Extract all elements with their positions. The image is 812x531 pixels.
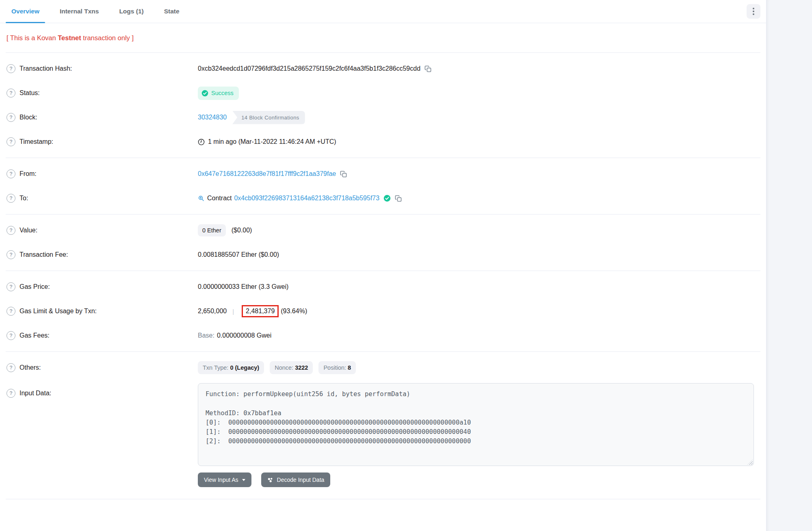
input-data-textarea[interactable]: Function: performUpkeep(uint256 id, byte… (198, 383, 754, 466)
gas-price-value: 0.0000000033 Ether (3.3 Gwei) (198, 283, 288, 290)
section-others: ? Others: Txn Type: 0 (Legacy) Nonce: 32… (0, 352, 766, 493)
testnet-notice: [ This is a Kovan Testnet transaction on… (0, 23, 766, 52)
row-status: ? Status: Success (0, 81, 766, 105)
status-label: Status: (19, 89, 40, 97)
gas-fees-label: Gas Fees: (19, 332, 50, 339)
txn-type-value: 0 (Legacy) (230, 364, 259, 371)
check-circle-icon (201, 90, 208, 97)
txn-type-badge: Txn Type: 0 (Legacy) (198, 361, 264, 374)
block-confirmations-badge: 14 Block Confirmations (232, 111, 305, 124)
tab-overview-label: Overview (11, 8, 39, 15)
tab-bar: Overview Internal Txns Logs (1) State (0, 0, 766, 23)
row-gas-limit-usage: ? Gas Limit & Usage by Txn: 2,650,000 | … (0, 299, 766, 323)
magnifier-icon[interactable] (198, 195, 204, 202)
testnet-notice-post: transaction only ] (81, 34, 134, 41)
block-number-link[interactable]: 30324830 (198, 114, 227, 121)
input-data-code: Function: performUpkeep(uint256 id, byte… (206, 390, 746, 446)
gas-used-highlight-box: 2,481,379 (242, 305, 279, 317)
gas-fees-base-label: Base: (198, 332, 214, 339)
tab-logs-label: Logs (1) (119, 8, 143, 15)
section-gas: ? Gas Price: 0.0000000033 Ether (3.3 Gwe… (0, 271, 766, 351)
row-gas-fees: ? Gas Fees: Base: 0.000000008 Gwei (0, 323, 766, 348)
gas-used-percent: (93.64%) (281, 308, 307, 315)
nonce-value: 3222 (295, 364, 308, 371)
row-input-data: ? Input Data: Function: performUpkeep(ui… (0, 383, 766, 490)
resize-grip[interactable] (747, 459, 753, 465)
block-label: Block: (19, 114, 37, 121)
to-contract-word: Contract (207, 195, 232, 202)
help-icon: ? (6, 89, 15, 98)
section-value: ? Value: 0 Ether ($0.00) ? Transaction F… (0, 215, 766, 271)
input-data-label: Input Data: (19, 390, 51, 397)
to-label: To: (19, 195, 28, 202)
transaction-overview-card: Overview Internal Txns Logs (1) State [ … (0, 0, 766, 531)
tab-logs[interactable]: Logs (1) (113, 0, 149, 23)
help-icon: ? (6, 307, 15, 316)
section-parties: ? From: 0x647e7168122263d8e7f81f17fff9c2… (0, 158, 766, 214)
row-to: ? To: Contract 0x4cb093f226983713164a621… (0, 186, 766, 210)
tab-state[interactable]: State (158, 0, 185, 23)
tab-state-label: State (164, 8, 180, 15)
timestamp-label: Timestamp: (19, 138, 53, 145)
testnet-notice-pre: [ This is a Kovan (6, 34, 58, 41)
chevron-down-icon (242, 479, 245, 481)
nonce-badge: Nonce: 3222 (270, 361, 313, 374)
row-timestamp: ? Timestamp: 1 min ago (Mar-11-2022 11:4… (0, 130, 766, 154)
row-others: ? Others: Txn Type: 0 (Legacy) Nonce: 32… (0, 355, 766, 380)
row-transaction-hash: ? Transaction Hash: 0xcb324eedcd1d07296f… (0, 56, 766, 81)
tab-internal-txns[interactable]: Internal Txns (54, 0, 104, 23)
gas-fees-base-value: 0.000000008 Gwei (217, 332, 271, 339)
help-icon: ? (6, 363, 15, 372)
help-icon: ? (6, 137, 15, 146)
from-address-link[interactable]: 0x647e7168122263d8e7f81f17fff9c2f1aa379f… (198, 170, 336, 178)
clock-icon (198, 139, 205, 145)
gas-limit-value: 2,650,000 (198, 308, 227, 315)
view-input-as-button[interactable]: View Input As (198, 472, 251, 487)
tab-overview[interactable]: Overview (6, 0, 45, 23)
position-label: Position: (323, 364, 346, 371)
decode-input-data-button[interactable]: Decode Input Data (261, 472, 331, 487)
status-badge-label: Success (211, 90, 234, 96)
help-icon: ? (6, 194, 15, 203)
view-input-as-label: View Input As (204, 477, 238, 483)
row-value: ? Value: 0 Ether ($0.00) (0, 218, 766, 243)
to-address-link[interactable]: 0x4cb093f226983713164a62138c3f718a5b595f… (234, 195, 379, 202)
gas-price-label: Gas Price: (19, 283, 50, 290)
help-icon: ? (6, 169, 15, 178)
transaction-hash-value: 0xcb324eedcd1d07296fdf3d215a2865275f159c… (198, 65, 420, 72)
copy-icon[interactable] (424, 65, 431, 72)
testnet-notice-bold: Testnet (58, 34, 81, 41)
divider (6, 499, 760, 499)
help-icon: ? (6, 64, 15, 73)
from-label: From: (19, 170, 37, 178)
page-background-gutter (766, 0, 812, 531)
row-gas-price: ? Gas Price: 0.0000000033 Ether (3.3 Gwe… (0, 275, 766, 299)
more-options-button[interactable] (747, 4, 760, 19)
help-icon: ? (6, 226, 15, 235)
help-icon: ? (6, 113, 15, 122)
row-transaction-fee: ? Transaction Fee: 0.0081885507 Ether ($… (0, 243, 766, 267)
help-icon: ? (6, 389, 15, 398)
status-badge: Success (198, 87, 239, 100)
copy-icon[interactable] (395, 195, 402, 202)
help-icon: ? (6, 250, 15, 259)
gas-limit-label: Gas Limit & Usage by Txn: (19, 308, 97, 315)
help-icon: ? (6, 331, 15, 340)
value-usd: ($0.00) (232, 227, 252, 234)
transaction-fee-label: Transaction Fee: (19, 251, 68, 258)
decode-input-data-label: Decode Input Data (277, 477, 325, 483)
ether-value-badge: 0 Ether (198, 224, 226, 236)
position-badge: Position: 8 (318, 361, 356, 374)
nonce-label: Nonce: (275, 364, 293, 371)
verified-check-icon (383, 195, 391, 202)
value-label: Value: (19, 227, 37, 234)
gas-used-value: 2,481,379 (246, 308, 275, 314)
transaction-hash-label: Transaction Hash: (19, 65, 72, 72)
copy-icon[interactable] (340, 171, 347, 178)
help-icon: ? (6, 282, 15, 291)
section-summary: ? Transaction Hash: 0xcb324eedcd1d07296f… (0, 53, 766, 158)
timestamp-value: 1 min ago (Mar-11-2022 11:46:24 AM +UTC) (208, 138, 336, 145)
tab-internal-txns-label: Internal Txns (60, 8, 99, 15)
row-block: ? Block: 30324830 14 Block Confirmations (0, 105, 766, 130)
transaction-fee-value: 0.0081885507 Ether ($0.00) (198, 251, 279, 258)
